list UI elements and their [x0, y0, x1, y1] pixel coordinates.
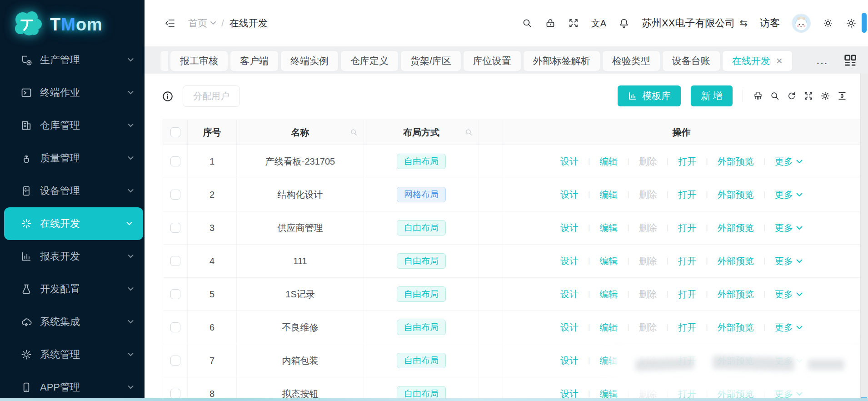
row-checkbox[interactable]	[170, 389, 180, 399]
action-more[interactable]: 更多	[775, 288, 803, 301]
action-delete[interactable]: 删除	[639, 255, 657, 267]
action-more[interactable]: 更多	[775, 189, 803, 201]
translate-icon[interactable]: 文A	[591, 17, 606, 30]
sidebar-item-terminal[interactable]: 终端作业	[0, 76, 145, 109]
template-library-button[interactable]: 模板库	[618, 85, 681, 106]
vertical-scrollbar-thumb[interactable]	[862, 13, 867, 33]
tab[interactable]: 货架/库区	[400, 50, 461, 71]
gear-icon[interactable]	[846, 18, 857, 29]
collapse-sidebar-icon[interactable]	[165, 18, 175, 29]
action-design[interactable]: 设计	[560, 222, 579, 234]
action-more[interactable]: 更多	[775, 255, 803, 267]
sidebar-item-production[interactable]: 生产管理	[0, 44, 145, 76]
action-design[interactable]: 设计	[560, 355, 579, 367]
row-height-icon[interactable]	[837, 91, 847, 101]
company-switcher[interactable]: 苏州XX电子有限公司 ⇆	[642, 16, 748, 30]
tab[interactable]: 报工审核	[170, 50, 228, 71]
search-icon[interactable]	[522, 18, 533, 29]
close-icon[interactable]: ×	[776, 55, 783, 66]
assign-user-button[interactable]: 分配用户	[183, 85, 240, 107]
action-open[interactable]: 打开	[678, 155, 696, 168]
action-more[interactable]: 更多	[775, 321, 803, 334]
row-checkbox[interactable]	[170, 190, 180, 200]
sidebar-item-integration[interactable]: 系统集成	[0, 306, 145, 338]
action-design[interactable]: 设计	[560, 155, 579, 168]
action-external-preview[interactable]: 外部预览	[718, 155, 754, 168]
search-icon[interactable]	[770, 91, 780, 101]
row-checkbox[interactable]	[170, 256, 180, 266]
bell-icon[interactable]	[619, 18, 629, 29]
action-delete[interactable]: 删除	[639, 288, 657, 301]
vertical-scrollbar-track[interactable]	[860, 74, 868, 398]
action-open[interactable]: 打开	[678, 222, 696, 234]
action-delete[interactable]: 删除	[639, 222, 657, 234]
tab[interactable]: 客户端	[230, 50, 279, 71]
action-external-preview[interactable]: 外部预览	[718, 189, 754, 201]
sidebar-item-dev-config[interactable]: 开发配置	[0, 273, 145, 306]
action-edit[interactable]: 编辑	[599, 321, 618, 334]
sidebar-item-online-dev[interactable]: 在线开发	[4, 207, 143, 240]
action-open[interactable]: 打开	[678, 189, 696, 201]
select-all-checkbox[interactable]	[170, 127, 180, 137]
action-edit[interactable]: 编辑	[599, 189, 618, 201]
expand-icon[interactable]	[803, 91, 813, 101]
action-more[interactable]: 更多	[775, 155, 803, 168]
action-open[interactable]: 打开	[678, 288, 696, 301]
layout-grid-icon[interactable]	[843, 54, 857, 67]
action-delete[interactable]: 删除	[639, 189, 657, 201]
row-checkbox[interactable]	[170, 223, 180, 233]
breadcrumb-home[interactable]: 首页	[188, 17, 216, 30]
tab[interactable]: 检验类型	[602, 50, 660, 71]
tab[interactable]: 仓库定义	[340, 50, 399, 71]
action-edit[interactable]: 编辑	[599, 355, 618, 367]
action-external-preview[interactable]: 外部预览	[718, 255, 754, 267]
row-checkbox[interactable]	[170, 356, 180, 366]
action-external-preview[interactable]: 外部预览	[718, 222, 754, 234]
tab[interactable]: 外部标签解析	[523, 50, 600, 71]
sidebar-item-system[interactable]: 系统管理	[0, 338, 145, 371]
action-edit[interactable]: 编辑	[599, 255, 618, 267]
action-edit[interactable]: 编辑	[599, 222, 618, 234]
sidebar-item-quality[interactable]: 质量管理	[0, 142, 145, 175]
action-design[interactable]: 设计	[560, 189, 579, 201]
action-edit[interactable]: 编辑	[599, 288, 618, 301]
row-checkbox[interactable]	[170, 322, 180, 332]
action-edit[interactable]: 编辑	[599, 155, 618, 168]
sidebar-item-equipment[interactable]: 设备管理	[0, 175, 145, 207]
sidebar-item-warehouse[interactable]: 仓库管理	[0, 109, 145, 142]
tab[interactable]: 终端实例	[280, 50, 339, 71]
refresh-icon[interactable]	[787, 91, 797, 101]
row-checkbox[interactable]	[170, 156, 180, 166]
tab[interactable]: 在线开发 ×	[722, 50, 793, 71]
action-design[interactable]: 设计	[560, 321, 579, 334]
row-checkbox[interactable]	[170, 289, 180, 299]
avatar[interactable]	[792, 14, 810, 32]
action-open[interactable]: 打开	[678, 255, 696, 267]
app-logo[interactable]: TMom	[9, 5, 103, 45]
action-external-preview[interactable]: 外部预览	[718, 288, 754, 301]
add-new-button[interactable]: 新 增	[691, 85, 733, 106]
tab[interactable]: 设备台账	[662, 50, 720, 71]
info-icon[interactable]	[162, 90, 174, 102]
sidebar-item-report-dev[interactable]: 报表开发	[0, 240, 145, 273]
clear-brush-icon[interactable]	[753, 91, 763, 101]
lock-icon[interactable]	[545, 18, 556, 29]
action-design[interactable]: 设计	[560, 255, 579, 267]
tab-partial[interactable]	[160, 50, 168, 71]
tabs-more-icon[interactable]: …	[816, 58, 829, 63]
fullscreen-icon[interactable]	[568, 18, 579, 29]
action-open[interactable]: 打开	[678, 321, 696, 334]
action-more[interactable]: 更多	[775, 222, 803, 234]
column-search-icon[interactable]	[350, 129, 358, 136]
action-delete[interactable]: 删除	[639, 321, 657, 334]
action-external-preview[interactable]: 外部预览	[718, 321, 754, 334]
horizontal-scrollbar[interactable]	[0, 398, 868, 401]
sidebar-item-label: 质量管理	[40, 151, 80, 165]
column-search-icon[interactable]	[465, 129, 473, 136]
brightness-icon[interactable]	[823, 18, 833, 29]
action-delete[interactable]: 删除	[639, 155, 657, 168]
action-design[interactable]: 设计	[560, 288, 579, 301]
gear-icon[interactable]	[820, 91, 830, 101]
tab[interactable]: 库位设置	[463, 50, 521, 71]
sidebar-item-app[interactable]: APP管理	[0, 371, 145, 401]
